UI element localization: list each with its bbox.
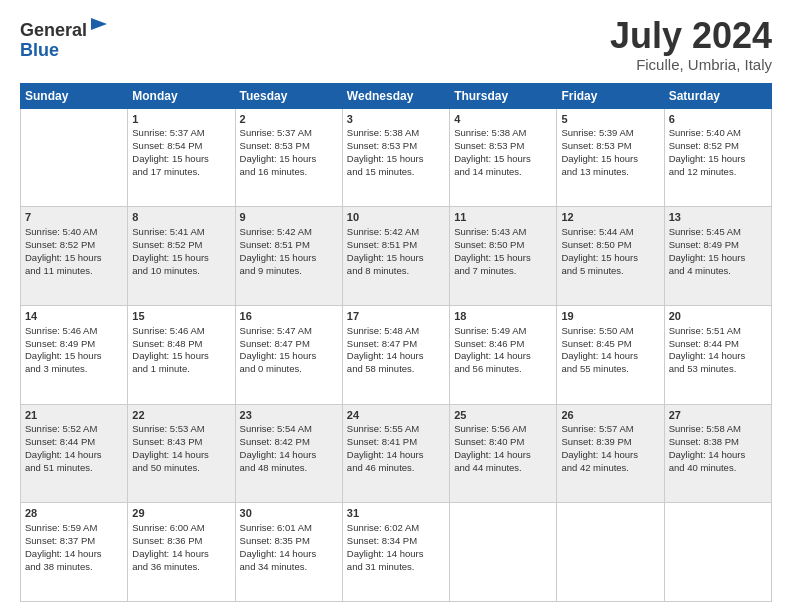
- day-info: Daylight: 14 hours: [240, 548, 338, 561]
- table-cell: 3Sunrise: 5:38 AMSunset: 8:53 PMDaylight…: [342, 108, 449, 207]
- day-info: Daylight: 14 hours: [132, 449, 230, 462]
- table-cell: 31Sunrise: 6:02 AMSunset: 8:34 PMDayligh…: [342, 503, 449, 602]
- day-info: and 4 minutes.: [669, 265, 767, 278]
- table-cell: 17Sunrise: 5:48 AMSunset: 8:47 PMDayligh…: [342, 305, 449, 404]
- table-cell: 20Sunrise: 5:51 AMSunset: 8:44 PMDayligh…: [664, 305, 771, 404]
- day-info: Sunrise: 5:37 AM: [132, 127, 230, 140]
- day-info: Sunrise: 5:56 AM: [454, 423, 552, 436]
- day-info: Sunrise: 5:46 AM: [25, 325, 123, 338]
- day-info: Sunrise: 5:42 AM: [240, 226, 338, 239]
- col-wednesday: Wednesday: [342, 83, 449, 108]
- title-location: Ficulle, Umbria, Italy: [610, 56, 772, 73]
- day-number: 30: [240, 506, 338, 521]
- page: General Blue July 2024 Ficulle, Umbria, …: [0, 0, 792, 612]
- day-info: Sunset: 8:41 PM: [347, 436, 445, 449]
- col-thursday: Thursday: [450, 83, 557, 108]
- day-info: and 13 minutes.: [561, 166, 659, 179]
- day-info: Daylight: 14 hours: [25, 548, 123, 561]
- day-info: Sunset: 8:52 PM: [132, 239, 230, 252]
- day-info: Sunset: 8:51 PM: [347, 239, 445, 252]
- day-info: Sunrise: 5:51 AM: [669, 325, 767, 338]
- day-info: Sunrise: 5:40 AM: [25, 226, 123, 239]
- day-info: Daylight: 14 hours: [132, 548, 230, 561]
- table-cell: 4Sunrise: 5:38 AMSunset: 8:53 PMDaylight…: [450, 108, 557, 207]
- col-monday: Monday: [128, 83, 235, 108]
- day-info: Daylight: 15 hours: [25, 350, 123, 363]
- calendar-header-row: Sunday Monday Tuesday Wednesday Thursday…: [21, 83, 772, 108]
- day-info: Sunset: 8:54 PM: [132, 140, 230, 153]
- day-info: Sunset: 8:50 PM: [561, 239, 659, 252]
- day-number: 2: [240, 112, 338, 127]
- day-number: 19: [561, 309, 659, 324]
- day-info: Sunrise: 5:42 AM: [347, 226, 445, 239]
- day-info: Sunset: 8:46 PM: [454, 338, 552, 351]
- table-cell: 18Sunrise: 5:49 AMSunset: 8:46 PMDayligh…: [450, 305, 557, 404]
- day-info: and 11 minutes.: [25, 265, 123, 278]
- day-info: Daylight: 14 hours: [669, 449, 767, 462]
- day-info: Daylight: 15 hours: [240, 252, 338, 265]
- calendar-table: Sunday Monday Tuesday Wednesday Thursday…: [20, 83, 772, 602]
- day-info: Sunrise: 5:58 AM: [669, 423, 767, 436]
- day-info: Daylight: 14 hours: [347, 548, 445, 561]
- logo-text: General Blue: [20, 16, 109, 61]
- day-info: Sunset: 8:53 PM: [561, 140, 659, 153]
- day-info: Sunrise: 5:37 AM: [240, 127, 338, 140]
- table-cell: 5Sunrise: 5:39 AMSunset: 8:53 PMDaylight…: [557, 108, 664, 207]
- day-info: Daylight: 15 hours: [454, 252, 552, 265]
- day-number: 7: [25, 210, 123, 225]
- day-info: and 12 minutes.: [669, 166, 767, 179]
- day-info: and 7 minutes.: [454, 265, 552, 278]
- day-number: 26: [561, 408, 659, 423]
- day-info: Sunset: 8:37 PM: [25, 535, 123, 548]
- table-cell: 27Sunrise: 5:58 AMSunset: 8:38 PMDayligh…: [664, 404, 771, 503]
- day-info: Daylight: 14 hours: [25, 449, 123, 462]
- day-info: and 5 minutes.: [561, 265, 659, 278]
- day-info: Sunrise: 5:53 AM: [132, 423, 230, 436]
- day-info: Daylight: 15 hours: [561, 252, 659, 265]
- day-info: Daylight: 15 hours: [669, 252, 767, 265]
- day-number: 18: [454, 309, 552, 324]
- calendar-week-row: 21Sunrise: 5:52 AMSunset: 8:44 PMDayligh…: [21, 404, 772, 503]
- col-saturday: Saturday: [664, 83, 771, 108]
- day-number: 10: [347, 210, 445, 225]
- day-info: and 58 minutes.: [347, 363, 445, 376]
- day-info: Sunrise: 5:59 AM: [25, 522, 123, 535]
- day-number: 24: [347, 408, 445, 423]
- table-cell: 15Sunrise: 5:46 AMSunset: 8:48 PMDayligh…: [128, 305, 235, 404]
- calendar-week-row: 1Sunrise: 5:37 AMSunset: 8:54 PMDaylight…: [21, 108, 772, 207]
- day-info: Sunrise: 5:44 AM: [561, 226, 659, 239]
- day-info: and 55 minutes.: [561, 363, 659, 376]
- day-info: Daylight: 15 hours: [669, 153, 767, 166]
- day-info: Daylight: 14 hours: [454, 350, 552, 363]
- day-info: Sunset: 8:49 PM: [669, 239, 767, 252]
- day-info: Sunset: 8:49 PM: [25, 338, 123, 351]
- table-cell: [450, 503, 557, 602]
- day-info: Sunrise: 5:39 AM: [561, 127, 659, 140]
- table-cell: 1Sunrise: 5:37 AMSunset: 8:54 PMDaylight…: [128, 108, 235, 207]
- table-cell: 9Sunrise: 5:42 AMSunset: 8:51 PMDaylight…: [235, 207, 342, 306]
- logo-blue: Blue: [20, 40, 59, 60]
- day-info: and 10 minutes.: [132, 265, 230, 278]
- day-info: Sunset: 8:51 PM: [240, 239, 338, 252]
- day-number: 1: [132, 112, 230, 127]
- table-cell: 25Sunrise: 5:56 AMSunset: 8:40 PMDayligh…: [450, 404, 557, 503]
- day-info: Daylight: 15 hours: [347, 153, 445, 166]
- table-cell: 30Sunrise: 6:01 AMSunset: 8:35 PMDayligh…: [235, 503, 342, 602]
- day-info: Daylight: 14 hours: [561, 449, 659, 462]
- day-info: and 56 minutes.: [454, 363, 552, 376]
- title-block: July 2024 Ficulle, Umbria, Italy: [610, 16, 772, 73]
- day-number: 15: [132, 309, 230, 324]
- day-number: 13: [669, 210, 767, 225]
- table-cell: [557, 503, 664, 602]
- day-info: Sunrise: 5:52 AM: [25, 423, 123, 436]
- day-info: Sunrise: 5:45 AM: [669, 226, 767, 239]
- table-cell: 28Sunrise: 5:59 AMSunset: 8:37 PMDayligh…: [21, 503, 128, 602]
- day-info: Sunset: 8:48 PM: [132, 338, 230, 351]
- day-info: Sunrise: 5:57 AM: [561, 423, 659, 436]
- day-info: Sunrise: 5:38 AM: [347, 127, 445, 140]
- day-number: 11: [454, 210, 552, 225]
- calendar-week-row: 28Sunrise: 5:59 AMSunset: 8:37 PMDayligh…: [21, 503, 772, 602]
- day-info: Sunset: 8:34 PM: [347, 535, 445, 548]
- table-cell: 22Sunrise: 5:53 AMSunset: 8:43 PMDayligh…: [128, 404, 235, 503]
- day-info: Sunrise: 6:00 AM: [132, 522, 230, 535]
